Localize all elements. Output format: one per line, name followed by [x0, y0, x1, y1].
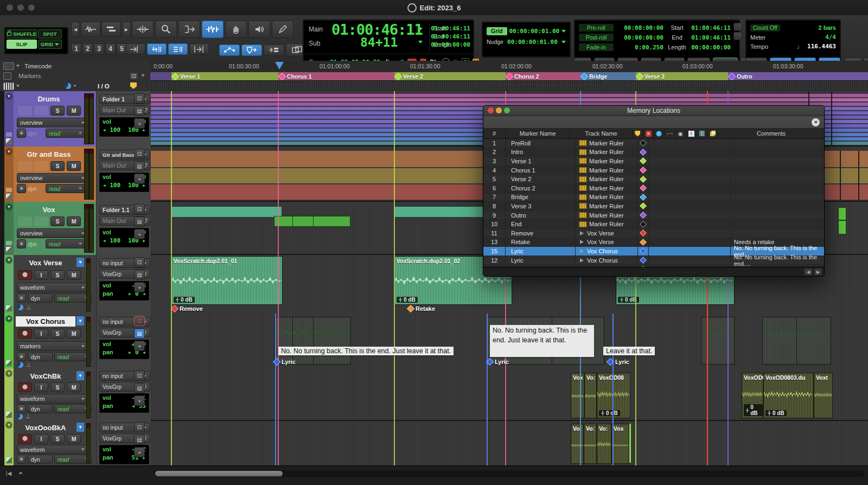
- mute-button[interactable]: M: [67, 434, 81, 444]
- location-diamond-icon[interactable]: [640, 221, 647, 228]
- count-off-toggle[interactable]: Count Off: [750, 24, 780, 31]
- track-view-selector[interactable]: waveform: [17, 445, 88, 454]
- chbk-clip-1[interactable]: Vox: [571, 373, 584, 418]
- elastic-audio-button[interactable]: ✳: [17, 239, 26, 248]
- chorus-clip-group4[interactable]: [762, 317, 831, 365]
- io-column-label[interactable]: I / O: [98, 83, 110, 90]
- bridge-marker-icon[interactable]: [580, 72, 588, 80]
- timebase-selector-icon[interactable]: ▼: [76, 258, 84, 267]
- group-property-icon[interactable]: [697, 129, 708, 138]
- mute-button[interactable]: M: [67, 161, 81, 171]
- track-name-vox[interactable]: Vox: [16, 205, 82, 215]
- comments-button[interactable]: ▤: [134, 383, 145, 393]
- dyn-button[interactable]: dyn: [28, 404, 53, 413]
- ruler-list-icon[interactable]: [3, 62, 14, 70]
- clip-gain-badge[interactable]: 0 dB: [599, 410, 620, 416]
- dyn-button[interactable]: dyn: [28, 455, 53, 464]
- remove-marker-icon[interactable]: [171, 305, 178, 312]
- voxchbk-lane[interactable]: Vox Vo: VoxOD08 0 dB VoxOD08 0 dB VoxOD0…: [150, 368, 868, 421]
- lyric-marker-icon[interactable]: [273, 358, 280, 366]
- horizontal-scrollbar[interactable]: [154, 470, 864, 477]
- automation-mode-selector[interactable]: read: [46, 239, 86, 248]
- track-view-selector[interactable]: overview: [17, 228, 88, 238]
- memory-row[interactable]: 4 Chorus 1 Marker Ruler: [483, 166, 824, 175]
- count-off-value[interactable]: 2 bars: [819, 24, 836, 31]
- location-diamond-icon[interactable]: [640, 257, 647, 264]
- meter-path-caret-icon[interactable]: [73, 85, 76, 87]
- memory-row[interactable]: 2 Intro Marker Ruler: [483, 148, 824, 157]
- audio-clip-voxscratch1[interactable]: VoxScratch.dup2.01_01 0 dB: [171, 256, 283, 305]
- window-config-property-icon[interactable]: [707, 129, 718, 138]
- lyric-text-3[interactable]: Leave it at that.: [603, 347, 655, 355]
- retake-marker-icon[interactable]: [407, 305, 414, 312]
- record-enable-button[interactable]: [18, 382, 32, 392]
- track-name-voxchbk[interactable]: VoxChBk: [16, 371, 75, 381]
- zoom-window-icon[interactable]: [504, 107, 510, 113]
- comments-button[interactable]: ▤: [134, 216, 145, 227]
- memory-row[interactable]: 7 Bridge Marker Ruler: [483, 193, 824, 202]
- track-header-vox[interactable]: ▼ Vox S M overview ✳ dyn read Folder 1.1: [0, 202, 150, 256]
- track-header-voxchbk[interactable]: ▼ VoxChBk ▼ I S M waveform ✳ dyn read ⊥: [0, 368, 150, 421]
- marker-band-chorus1[interactable]: Chorus 1: [278, 72, 395, 80]
- record-enable-button[interactable]: [18, 434, 32, 444]
- location-diamond-icon[interactable]: [640, 184, 647, 192]
- mode-grid-button[interactable]: GRID: [38, 40, 62, 49]
- location-diamond-icon[interactable]: [640, 176, 647, 183]
- insert-add-button[interactable]: ＋: [134, 341, 145, 351]
- selector-tool-icon[interactable]: [202, 21, 224, 38]
- oooa-clip-4[interactable]: Vox: [611, 424, 629, 464]
- memory-window-scrollbar[interactable]: ◀ ▶: [483, 267, 824, 276]
- input-monitor-button[interactable]: I: [34, 329, 48, 339]
- nudge-caret-icon[interactable]: [561, 41, 566, 43]
- capture-referenced-icon[interactable]: [241, 44, 262, 56]
- chbk-clip-4[interactable]: VoxOD08 0 dB: [742, 373, 763, 418]
- location-diamond-icon[interactable]: [640, 149, 647, 156]
- link-track-edit-icon[interactable]: [168, 43, 188, 55]
- track-freeze-button[interactable]: ⊡: [134, 93, 145, 104]
- collapse-folder-icon[interactable]: ▼: [5, 148, 12, 155]
- memory-row[interactable]: 3 Verse 1 Marker Ruler: [483, 157, 824, 166]
- elapsed-time-icon[interactable]: [65, 82, 72, 90]
- lyric-text-1[interactable]: No. No turning back. This is the end. Ju…: [278, 347, 454, 355]
- oooa-clip-3[interactable]: Vo:: [597, 424, 611, 464]
- lyric-marker-icon[interactable]: [486, 358, 494, 366]
- marker-band-verse3[interactable]: Verse 3: [636, 72, 729, 80]
- chbk-clip-2[interactable]: Vo:: [584, 373, 597, 418]
- grid-value-toggle[interactable]: Grid: [487, 27, 507, 35]
- input-monitor-button[interactable]: I: [34, 270, 48, 280]
- mode-spot-button[interactable]: SPOT: [38, 29, 62, 39]
- go-to-start-icon[interactable]: |◀: [4, 469, 13, 477]
- solo-button[interactable]: S: [50, 434, 65, 444]
- mute-button[interactable]: M: [67, 329, 81, 339]
- timecode-ruler-label[interactable]: Timecode: [24, 63, 52, 69]
- clip-gain-badge[interactable]: 0 dB: [397, 297, 418, 303]
- location-diamond-icon[interactable]: [640, 139, 647, 146]
- memory-locations-window[interactable]: Memory Locations # Marker Name Track Nam…: [483, 105, 825, 277]
- lyric-track-marker-3[interactable]: Lyric: [608, 359, 629, 365]
- markers-ruler-label[interactable]: Markers: [18, 73, 41, 79]
- solo-button[interactable]: S: [50, 106, 65, 116]
- track-freeze-button[interactable]: ⊡: [134, 316, 145, 326]
- timebase-selector-icon[interactable]: ▼: [76, 423, 84, 432]
- dyn-button[interactable]: dyn: [28, 352, 53, 361]
- collapse-folder-icon[interactable]: ▼: [5, 203, 12, 210]
- dyn-button[interactable]: dyn: [28, 293, 53, 303]
- marker-filter-icon[interactable]: [130, 82, 137, 89]
- memory-row[interactable]: 1 PreRoll Marker Ruler: [483, 139, 824, 148]
- sel-start-value[interactable]: 01:00:46:11: [420, 24, 470, 33]
- transport-length-value[interactable]: 00:00:00:00: [691, 44, 731, 51]
- scrubber-tool-icon[interactable]: [248, 21, 270, 38]
- marker-band-chorus2[interactable]: Chorus 2: [506, 72, 581, 80]
- clip-gain-badge[interactable]: 0 dB: [765, 410, 787, 416]
- oooa-clip-1[interactable]: Vo:: [571, 424, 584, 464]
- input-monitor-button[interactable]: I: [34, 382, 48, 392]
- solo-button[interactable]: S: [50, 161, 65, 171]
- memory-row[interactable]: 12 Lyric Vox Chorus No. No turning back.…: [483, 256, 824, 265]
- tab-to-transient-icon[interactable]: [126, 43, 145, 55]
- verse2-marker-icon[interactable]: [394, 72, 402, 80]
- marker-band-outro[interactable]: Outro: [728, 72, 868, 80]
- elapsed-clock-icon[interactable]: [17, 413, 23, 420]
- pan-left-value[interactable]: ◂ 100: [103, 182, 120, 189]
- nudge-value[interactable]: 00:00:00:01.00: [507, 39, 558, 46]
- show-hide-property-icon[interactable]: ◉: [675, 129, 686, 138]
